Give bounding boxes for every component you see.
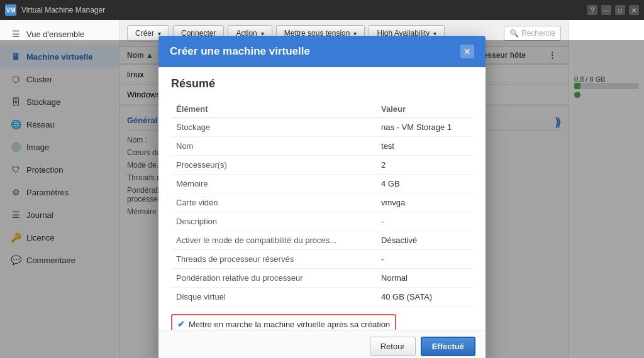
table-row: Disque virtuel40 GB (SATA)	[171, 288, 473, 306]
table-cell-valeur: test	[376, 137, 473, 156]
checkbox-label: Mettre en marche la machine virtuelle ap…	[189, 320, 390, 329]
col-header-valeur: Valeur	[376, 100, 473, 118]
checkbox-container: ✔ Mettre en marche la machine virtuelle …	[171, 314, 473, 330]
sidebar-item-label: Vue d'ensemble	[26, 30, 84, 39]
summary-table: Élément Valeur Stockagenas - VM Storage …	[171, 100, 473, 306]
search-box[interactable]: 🔍 Rechercie	[504, 26, 561, 41]
effectue-button[interactable]: Effectué	[421, 337, 475, 356]
modal: Créer une machine virtuelle ✕ Résumé Élé…	[158, 36, 486, 358]
table-row: Pondération relative du processeurNormal	[171, 269, 473, 288]
minimize-button[interactable]: —	[601, 5, 611, 15]
table-cell-element: Pondération relative du processeur	[171, 269, 376, 288]
table-row: Threads de processeur réservés-	[171, 250, 473, 269]
table-row: Nomtest	[171, 137, 473, 156]
modal-close-button[interactable]: ✕	[460, 45, 474, 58]
modal-section-title: Résumé	[171, 77, 473, 90]
table-cell-valeur: Désactivé	[376, 231, 473, 250]
app-title: Virtual Machine Manager	[21, 6, 105, 14]
table-cell-valeur: -	[376, 250, 473, 269]
table-cell-valeur: vmvga	[376, 193, 473, 212]
checkbox-outline: ✔ Mettre en marche la machine virtuelle …	[171, 314, 396, 330]
table-row: Activer le mode de compatibilité du proc…	[171, 231, 473, 250]
table-row: Description-	[171, 212, 473, 231]
table-cell-valeur: 4 GB	[376, 175, 473, 193]
table-cell-element: Disque virtuel	[171, 288, 376, 306]
close-button[interactable]: ✕	[629, 5, 639, 15]
modal-body: Résumé Élément Valeur Stockagenas - VM S…	[158, 67, 486, 330]
table-cell-element: Carte vidéo	[171, 193, 376, 212]
table-row: Stockagenas - VM Storage 1	[171, 118, 473, 137]
maximize-button[interactable]: □	[615, 5, 625, 15]
titlebar: VM Virtual Machine Manager ? — □ ✕	[0, 0, 644, 20]
checkmark-icon: ✔	[177, 319, 185, 329]
table-cell-valeur: -	[376, 212, 473, 231]
table-cell-element: Stockage	[171, 118, 376, 137]
table-row: Processeur(s)2	[171, 156, 473, 175]
modal-overlay: Créer une machine virtuelle ✕ Résumé Élé…	[0, 40, 644, 358]
col-header-element: Élément	[171, 100, 376, 118]
table-row: Carte vidéovmvga	[171, 193, 473, 212]
table-cell-element: Mémoire	[171, 175, 376, 193]
retour-button[interactable]: Retour	[370, 337, 416, 356]
table-cell-element: Description	[171, 212, 376, 231]
modal-title: Créer une machine virtuelle	[170, 45, 310, 58]
modal-footer: Retour Effectué	[158, 330, 486, 358]
table-cell-element: Nom	[171, 137, 376, 156]
table-cell-element: Threads de processeur réservés	[171, 250, 376, 269]
table-cell-valeur: 2	[376, 156, 473, 175]
table-cell-element: Processeur(s)	[171, 156, 376, 175]
window-controls[interactable]: ? — □ ✕	[587, 5, 639, 15]
search-placeholder: Rechercie	[521, 29, 555, 38]
table-row: Mémoire4 GB	[171, 175, 473, 193]
table-cell-valeur: Normal	[376, 269, 473, 288]
table-cell-valeur: 40 GB (SATA)	[376, 288, 473, 306]
modal-header: Créer une machine virtuelle ✕	[158, 36, 486, 67]
table-cell-element: Activer le mode de compatibilité du proc…	[171, 231, 376, 250]
overview-icon: ☰	[10, 28, 21, 40]
help-button[interactable]: ?	[587, 5, 597, 15]
search-icon: 🔍	[509, 29, 519, 38]
table-cell-valeur: nas - VM Storage 1	[376, 118, 473, 137]
app-icon: VM	[5, 4, 16, 16]
